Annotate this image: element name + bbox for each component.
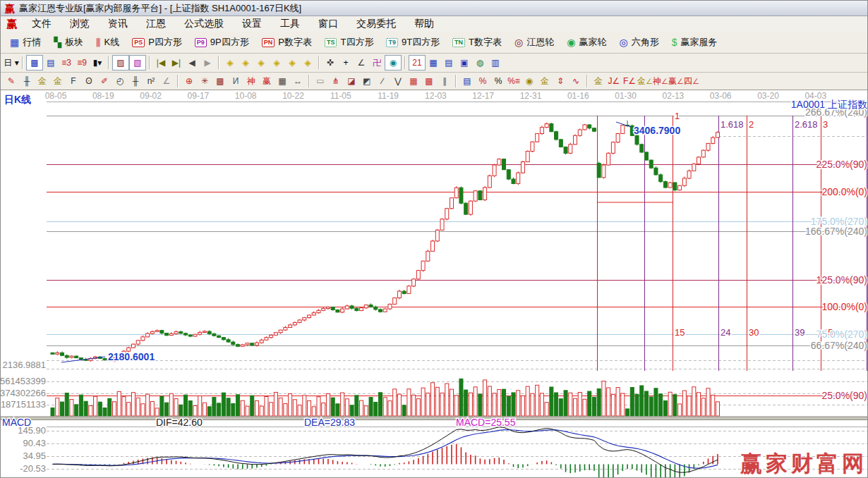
width-arrows-icon[interactable]: ↔ <box>290 74 306 88</box>
sectors-button[interactable]: ▚板块 <box>47 33 90 51</box>
menu-item-设置[interactable]: 设置 <box>233 18 271 30</box>
zoom-diamond-icon[interactable]: ◈ <box>300 56 315 70</box>
pattern-a-icon[interactable]: ▨ <box>112 55 129 71</box>
t-square-button[interactable]: TST四方形 <box>318 33 380 51</box>
report-icon[interactable]: ▤ <box>441 56 457 70</box>
menu-item-文件[interactable]: 文件 <box>23 18 61 30</box>
crosshair-icon[interactable]: + <box>338 56 354 70</box>
j-angle-icon[interactable]: J∠ <box>606 74 622 88</box>
red-grid-icon[interactable]: ▦ <box>406 74 421 88</box>
bars-3-icon[interactable]: ≡3 <box>59 56 74 70</box>
menu-item-工具[interactable]: 工具 <box>271 18 309 30</box>
web-box-icon[interactable]: ▩ <box>212 74 228 88</box>
arrow-pen-icon[interactable]: ⇕ <box>553 74 568 88</box>
save-icon[interactable]: ▣ <box>457 56 472 70</box>
gold-angle-icon[interactable]: 金∠ <box>637 74 653 88</box>
bars-9-icon[interactable]: ≡9 <box>74 56 90 70</box>
box-tool-icon[interactable]: ▭ <box>313 74 328 88</box>
shen-comb-icon[interactable]: 神 <box>243 74 259 88</box>
ying-angle-icon[interactable]: 赢∠ <box>668 74 684 88</box>
menu-item-浏览[interactable]: 浏览 <box>61 18 99 30</box>
ying-comb-icon[interactable]: 赢 <box>259 74 275 88</box>
parallel-lines-icon[interactable]: ∥ <box>437 74 452 88</box>
expand-right-icon[interactable]: ◈ <box>238 56 253 70</box>
p-square-button[interactable]: PSP四方形 <box>126 33 188 51</box>
kline-button[interactable]: ⫼K线 <box>90 33 126 51</box>
menu-item-资讯[interactable]: 资讯 <box>99 18 137 30</box>
hand-tool-icon[interactable]: ✜ <box>323 56 338 70</box>
p-number-table-button[interactable]: PNP数字表 <box>255 33 318 51</box>
expand-all-icon[interactable]: ◈ <box>284 56 300 70</box>
first-icon[interactable]: |◀ <box>153 56 169 70</box>
time-circle-icon[interactable]: ◴ <box>112 74 128 88</box>
hexagon-button[interactable]: ◎六角形 <box>613 33 665 51</box>
calculator-icon[interactable]: ▦ <box>426 56 441 70</box>
web-export-icon[interactable]: ◍ <box>472 56 488 70</box>
spiral-icon[interactable]: ʘ <box>81 74 97 88</box>
fan-box-2-icon[interactable]: ◩ <box>359 74 375 88</box>
percent-lines-icon[interactable]: %≡ <box>506 74 522 88</box>
ruler-icon[interactable]: ▤ <box>459 74 475 88</box>
candle-style-dropdown[interactable]: ▮▾ <box>90 56 105 70</box>
fan-icon[interactable]: ⋔ <box>328 74 344 88</box>
draw-knife-icon[interactable]: ✎ <box>4 74 19 88</box>
next-icon[interactable]: ▶ <box>200 56 215 70</box>
main-toolbar: ▦行情▚板块⫼K线PSP四方形P99P四方形PNP数字表TST四方形T99T四方… <box>1 32 868 54</box>
menu-item-窗口[interactable]: 窗口 <box>309 18 347 30</box>
grid-123-icon[interactable]: ▦ <box>275 74 290 88</box>
t-number-table-button[interactable]: TNT数字表 <box>446 33 508 51</box>
print-icon[interactable]: ▥ <box>488 56 503 70</box>
angle-measure-icon[interactable]: ∠ <box>354 56 369 70</box>
comb-icon[interactable]: ╫ <box>19 74 35 88</box>
menu-item-交易委托[interactable]: 交易委托 <box>347 18 405 30</box>
gold-lines-icon[interactable]: 金 <box>537 74 553 88</box>
wave-icon[interactable]: ∿ <box>568 74 584 88</box>
angle-tool-icon[interactable]: ∠ <box>159 74 174 88</box>
menu-item-公式选股[interactable]: 公式选股 <box>175 18 233 30</box>
9t-square-button[interactable]: T99T四方形 <box>380 33 446 51</box>
zone-tool-icon[interactable]: ▩ <box>26 55 43 71</box>
chart-area[interactable]: 08-0508-1909-0209-1710-0810-2211-0511-19… <box>1 90 868 478</box>
fan-lines-icon[interactable]: ∕ <box>375 74 390 88</box>
percent-red-icon[interactable]: % <box>475 74 490 88</box>
region-select-icon[interactable]: ◉ <box>385 55 402 71</box>
gold-underline-icon[interactable]: 金 <box>591 74 606 88</box>
winner-wheel-button[interactable]: ◉赢家轮 <box>560 33 613 51</box>
candle <box>260 340 263 343</box>
quotes-button[interactable]: ▦行情 <box>4 33 47 51</box>
fan-box-icon[interactable]: ◪ <box>344 74 359 88</box>
info-list-icon[interactable]: ▤ <box>43 56 59 70</box>
n2-comb-icon[interactable]: n² <box>143 74 159 88</box>
f-angle-icon[interactable]: F∠ <box>622 74 637 88</box>
gold-circle-icon[interactable]: ◉ <box>522 74 537 88</box>
percent-icon[interactable]: % <box>490 74 506 88</box>
web-icon[interactable]: ✳ <box>197 74 212 88</box>
comb-2-icon[interactable]: ╫ <box>128 74 143 88</box>
menu-item-帮助[interactable]: 帮助 <box>405 18 443 30</box>
candle <box>60 353 64 355</box>
gann-wheel-button[interactable]: ◎江恩轮 <box>508 33 560 51</box>
winner-service-button[interactable]: $赢家服务 <box>665 33 724 51</box>
kline-chart[interactable]: 08-0508-1909-0209-1710-0810-2211-0511-19… <box>1 90 868 478</box>
si-angle-icon[interactable]: 四∠ <box>684 74 699 88</box>
red-grid-2-icon[interactable]: ▩ <box>421 74 437 88</box>
f-comb-icon[interactable]: F <box>66 74 81 88</box>
wan-tool-icon[interactable]: 卍 <box>369 56 385 70</box>
compress-icon[interactable]: ◈ <box>269 56 284 70</box>
knife-2-icon[interactable]: ✐ <box>97 74 112 88</box>
pattern-b-icon[interactable]: ▧ <box>129 55 146 71</box>
circle-cross-icon[interactable]: ⊕ <box>181 74 197 88</box>
last-icon[interactable]: ▶| <box>169 56 184 70</box>
expand-h-icon[interactable]: ◈ <box>253 56 269 70</box>
expand-left-icon[interactable]: ◈ <box>222 56 238 70</box>
prev-icon[interactable]: ◀ <box>184 56 200 70</box>
wave-mark-icon[interactable]: И <box>228 74 243 88</box>
shen-angle-icon[interactable]: 神∠ <box>653 74 668 88</box>
gold-comb-2-icon[interactable]: 金 <box>50 74 66 88</box>
menu-item-江恩[interactable]: 江恩 <box>137 18 175 30</box>
9p-square-button[interactable]: P99P四方形 <box>188 33 255 51</box>
calendar-icon[interactable]: 21 <box>409 55 426 71</box>
period-day-dropdown[interactable]: 日 ▾ <box>4 56 19 70</box>
zigzag-icon[interactable]: ⋁ <box>390 74 406 88</box>
gold-comb-icon[interactable]: 金 <box>35 74 50 88</box>
